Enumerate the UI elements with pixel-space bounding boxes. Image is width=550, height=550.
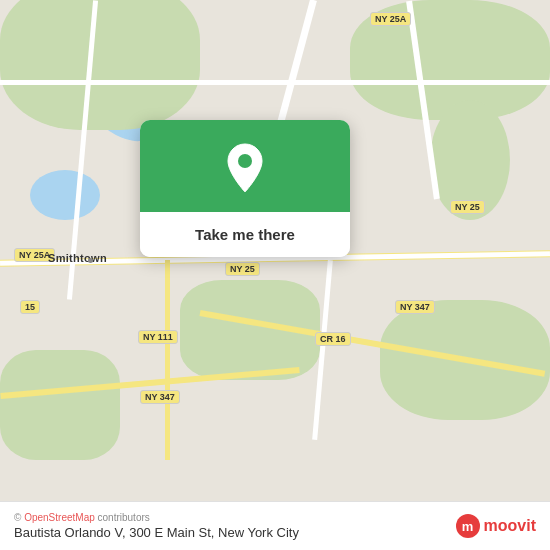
moovit-text: moovit xyxy=(484,517,536,535)
water-pond xyxy=(30,170,100,220)
road-ny111 xyxy=(165,260,170,460)
location-pin-icon xyxy=(223,142,267,194)
address-text: Bautista Orlando V, 300 E Main St, New Y… xyxy=(14,525,299,540)
moovit-logo: m moovit xyxy=(456,514,536,538)
smithtown-dot xyxy=(88,258,93,263)
label-ny347-right: NY 347 xyxy=(395,300,435,314)
copyright-text: © OpenStreetMap contributors xyxy=(14,512,299,523)
label-ny25-main: NY 25 xyxy=(225,262,260,276)
label-ny25a-top: NY 25A xyxy=(370,12,411,26)
popup-card: Take me there xyxy=(140,120,350,257)
take-me-there-button[interactable]: Take me there xyxy=(140,212,350,257)
map-container: NY 25A NY 25A NY 25 NY 25 NY 347 NY 347 … xyxy=(0,0,550,550)
road-ny25a-h xyxy=(0,80,550,85)
popup-green-header xyxy=(140,120,350,212)
osm-link[interactable]: OpenStreetMap xyxy=(24,512,95,523)
label-ny347-bottom: NY 347 xyxy=(140,390,180,404)
green-area-5 xyxy=(0,350,120,460)
label-smithtown: Smithtown xyxy=(48,252,107,264)
svg-point-0 xyxy=(238,154,252,168)
label-ny111: NY 111 xyxy=(138,330,178,344)
green-area-1 xyxy=(0,0,200,130)
copyright-symbol: © xyxy=(14,512,24,523)
bottom-bar: © OpenStreetMap contributors Bautista Or… xyxy=(0,501,550,550)
label-ny25-right: NY 25 xyxy=(450,200,485,214)
contributors-text: contributors xyxy=(98,512,150,523)
moovit-icon: m xyxy=(456,514,480,538)
label-cr16: CR 16 xyxy=(315,332,351,346)
label-route15: 15 xyxy=(20,300,40,314)
bottom-bar-info: © OpenStreetMap contributors Bautista Or… xyxy=(14,512,299,540)
